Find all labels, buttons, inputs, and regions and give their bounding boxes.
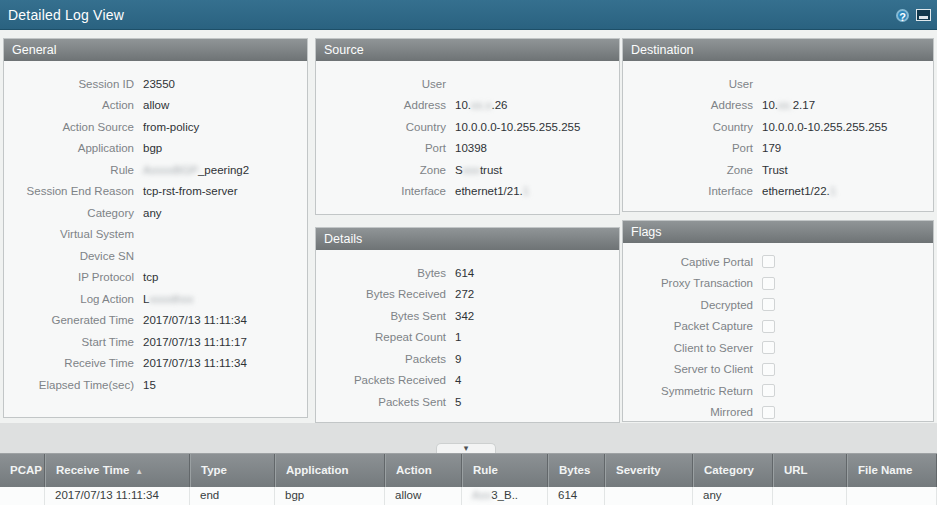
field-source-address: Address10.xx.x.26 xyxy=(316,95,619,117)
symmetric-return-checkbox[interactable] xyxy=(762,384,775,397)
flags-panel-header: Flags xyxy=(623,221,933,243)
dialog-title: Detailed Log View xyxy=(8,7,124,23)
field-packets-sent: Packets Sent5 xyxy=(316,391,619,413)
redacted-text: Axx xyxy=(472,489,491,501)
redacted-text: xx. xyxy=(778,99,793,111)
destination-panel-header: Destination xyxy=(623,39,933,61)
field-category: Categoryany xyxy=(4,202,307,224)
field-dest-address: Address10.xx.2.17 xyxy=(623,95,933,117)
destination-panel: Destination User Address10.xx.2.17 Count… xyxy=(622,38,934,212)
proxy-transaction-checkbox[interactable] xyxy=(762,277,775,290)
field-source-interface: Interfaceethernet1/21.1 xyxy=(316,181,619,203)
chevron-down-icon: ▾ xyxy=(437,444,495,452)
cell-application: bgp xyxy=(275,487,385,505)
flags-panel: Flags Captive Portal Proxy Transaction D… xyxy=(622,220,934,422)
column-header-action[interactable]: Action xyxy=(385,454,462,487)
column-header-severity[interactable]: Severity xyxy=(605,454,693,487)
titlebar-icons: ? xyxy=(896,0,931,30)
mirrored-checkbox[interactable] xyxy=(762,406,775,419)
field-elapsed-time: Elapsed Time(sec)15 xyxy=(4,374,307,396)
splitter-handle[interactable]: ▾ xyxy=(436,443,496,453)
flag-decrypted: Decrypted xyxy=(623,294,933,316)
flag-proxy-transaction: Proxy Transaction xyxy=(623,273,933,295)
cell-action: allow xyxy=(385,487,462,505)
field-source-country: Country10.0.0.0-10.255.255.255 xyxy=(316,116,619,138)
packet-capture-checkbox[interactable] xyxy=(762,320,775,333)
log-table-header: PCAP Receive Time▲ Type Application Acti… xyxy=(0,453,937,487)
field-virtual-system: Virtual System xyxy=(4,224,307,246)
field-generated-time: Generated Time2017/07/13 11:11:34 xyxy=(4,310,307,332)
flag-mirrored: Mirrored xyxy=(623,402,933,424)
general-panel: General Session ID23550 Actionallow Acti… xyxy=(3,38,308,418)
window-icon[interactable] xyxy=(916,9,931,21)
column-header-type[interactable]: Type xyxy=(190,454,275,487)
field-bytes-sent: Bytes Sent342 xyxy=(316,305,619,327)
field-session-end-reason: Session End Reasontcp-rst-from-server xyxy=(4,181,307,203)
field-bytes-received: Bytes Received272 xyxy=(316,284,619,306)
server-to-client-checkbox[interactable] xyxy=(762,363,775,376)
cell-bytes: 614 xyxy=(548,487,605,505)
field-receive-time: Receive Time2017/07/13 11:11:34 xyxy=(4,353,307,375)
field-packets: Packets9 xyxy=(316,348,619,370)
flag-symmetric-return: Symmetric Return xyxy=(623,380,933,402)
field-dest-interface: Interfaceethernet1/22.1 xyxy=(623,181,933,203)
detailed-log-view-dialog: Detailed Log View ? General Session ID23… xyxy=(0,0,937,505)
field-source-port: Port10398 xyxy=(316,138,619,160)
decrypted-checkbox[interactable] xyxy=(762,298,775,311)
cell-pcap xyxy=(0,487,45,505)
cell-category: any xyxy=(693,487,773,505)
cell-receive-time: 2017/07/13 11:11:34 xyxy=(45,487,190,505)
cell-file-name xyxy=(847,487,937,505)
field-dest-zone: ZoneTrust xyxy=(623,159,933,181)
cell-url xyxy=(773,487,847,505)
cell-rule: Axx3_B.. xyxy=(462,487,548,505)
column-header-rule[interactable]: Rule xyxy=(462,454,548,487)
cell-severity xyxy=(605,487,693,505)
details-panel: Details Bytes614 Bytes Received272 Bytes… xyxy=(315,227,620,423)
field-packets-received: Packets Received4 xyxy=(316,370,619,392)
redacted-text: 1 xyxy=(830,185,836,197)
flag-client-to-server: Client to Server xyxy=(623,337,933,359)
field-start-time: Start Time2017/07/13 11:11:17 xyxy=(4,331,307,353)
column-header-bytes[interactable]: Bytes xyxy=(548,454,605,487)
field-dest-user: User xyxy=(623,73,933,95)
redacted-text: AxxxxBGP xyxy=(143,164,198,176)
column-header-category[interactable]: Category xyxy=(693,454,773,487)
column-header-pcap[interactable]: PCAP xyxy=(0,454,45,487)
field-device-sn: Device SN xyxy=(4,245,307,267)
source-panel-header: Source xyxy=(316,39,619,61)
flag-captive-portal: Captive Portal xyxy=(623,251,933,273)
log-table-row[interactable]: 2017/07/13 11:11:34 end bgp allow Axx3_B… xyxy=(0,487,937,505)
field-session-id: Session ID23550 xyxy=(4,73,307,95)
field-action-source: Action Sourcefrom-policy xyxy=(4,116,307,138)
field-dest-country: Country10.0.0.0-10.255.255.255 xyxy=(623,116,933,138)
redacted-text: xxx xyxy=(463,164,480,176)
general-panel-header: General xyxy=(4,39,307,61)
redacted-text: xxxxthxx xyxy=(149,293,193,305)
client-to-server-checkbox[interactable] xyxy=(762,341,775,354)
field-rule: RuleAxxxxBGP_peering2 xyxy=(4,159,307,181)
field-source-user: User xyxy=(316,73,619,95)
field-ip-protocol: IP Protocoltcp xyxy=(4,267,307,289)
column-header-url[interactable]: URL xyxy=(773,454,847,487)
field-application: Applicationbgp xyxy=(4,138,307,160)
field-source-zone: ZoneSxxxtrust xyxy=(316,159,619,181)
captive-portal-checkbox[interactable] xyxy=(762,255,775,268)
redacted-text: 1 xyxy=(523,185,529,197)
field-log-action: Log ActionLxxxxthxx xyxy=(4,288,307,310)
field-action: Actionallow xyxy=(4,95,307,117)
redacted-text: xx.x xyxy=(471,99,491,111)
field-bytes: Bytes614 xyxy=(316,262,619,284)
details-panel-header: Details xyxy=(316,228,619,250)
column-header-application[interactable]: Application xyxy=(275,454,385,487)
flag-packet-capture: Packet Capture xyxy=(623,316,933,338)
column-header-file-name[interactable]: File Name xyxy=(847,454,937,487)
sort-ascending-icon: ▲ xyxy=(135,467,143,476)
cell-type: end xyxy=(190,487,275,505)
flag-server-to-client: Server to Client xyxy=(623,359,933,381)
help-icon[interactable]: ? xyxy=(896,9,909,22)
field-repeat-count: Repeat Count1 xyxy=(316,327,619,349)
source-panel: Source User Address10.xx.x.26 Country10.… xyxy=(315,38,620,215)
dialog-titlebar: Detailed Log View ? xyxy=(0,0,937,30)
column-header-receive-time[interactable]: Receive Time▲ xyxy=(45,454,190,487)
